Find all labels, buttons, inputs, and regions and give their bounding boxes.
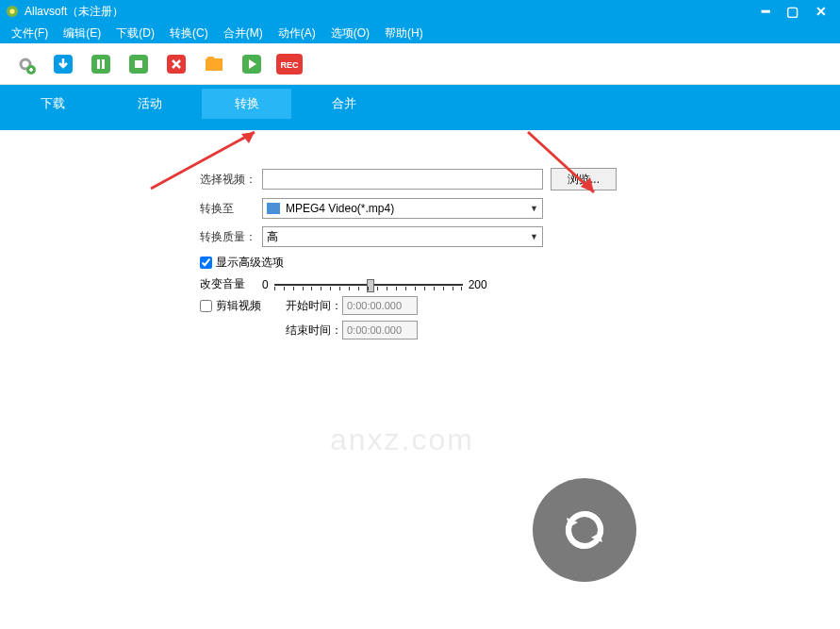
delete-icon [164,52,189,76]
window-title: Allavsoft（未注册） [25,4,762,20]
convert-action-button[interactable] [533,478,636,582]
content-area: 选择视频： 浏览... 转换至 MPEG4 Video(*.mp4) 转换质量：… [0,130,840,629]
refresh-icon [559,505,610,555]
volume-max: 200 [469,278,487,291]
folder-icon [202,52,226,76]
menu-download[interactable]: 下载(D) [108,25,162,41]
start-time-input[interactable] [342,296,418,315]
delete-button[interactable] [162,50,190,78]
show-advanced-label: 显示高级选项 [216,255,284,271]
svg-point-1 [9,8,14,13]
close-button[interactable]: ✕ [815,4,827,19]
tab-underline [0,123,840,130]
pause-button[interactable] [87,50,115,78]
quality-dropdown[interactable]: 高 [262,226,543,247]
menu-convert[interactable]: 转换(C) [162,25,216,41]
menu-file[interactable]: 文件(F) [4,25,56,41]
browse-button[interactable]: 浏览... [551,168,617,190]
volume-min: 0 [262,278,269,291]
edit-video-checkbox[interactable] [200,300,212,312]
menu-options[interactable]: 选项(O) [323,25,377,41]
svg-rect-4 [91,55,110,74]
convert-to-dropdown[interactable]: MPEG4 Video(*.mp4) [262,198,543,219]
tabs: 下载 活动 转换 合并 [0,85,840,123]
minimize-button[interactable]: ━ [762,4,769,19]
stop-button[interactable] [124,50,153,78]
menu-action[interactable]: 动作(A) [271,25,323,41]
svg-text:REC: REC [280,60,299,70]
svg-rect-6 [102,59,105,69]
link-icon [13,52,38,76]
pause-icon [89,52,113,76]
record-icon: REC [276,54,303,74]
svg-rect-8 [135,60,142,68]
tab-convert[interactable]: 转换 [202,89,291,119]
svg-rect-5 [97,59,100,69]
edit-video-label: 剪辑视频 [216,298,261,314]
format-icon [267,203,280,214]
quality-value: 高 [267,229,278,245]
menu-merge[interactable]: 合并(M) [216,25,271,41]
end-time-label: 结束时间： [286,323,342,339]
select-video-label: 选择视频： [200,172,262,188]
folder-button[interactable] [200,50,228,78]
tab-merge[interactable]: 合并 [299,89,388,119]
maximize-button[interactable]: ▢ [786,4,799,19]
menu-help[interactable]: 帮助(H) [377,25,431,41]
menubar: 文件(F) 编辑(E) 下载(D) 转换(C) 合并(M) 动作(A) 选项(O… [0,23,840,43]
app-icon [6,5,19,18]
start-time-label: 开始时间： [286,298,342,314]
play-icon [239,52,264,76]
tab-activity[interactable]: 活动 [105,89,194,119]
download-button[interactable] [49,50,77,78]
menu-edit[interactable]: 编辑(E) [56,25,108,41]
watermark: anxz.com [330,422,474,457]
tab-download[interactable]: 下载 [8,89,97,119]
convert-to-label: 转换至 [200,201,262,217]
paste-url-button[interactable] [11,50,40,78]
show-advanced-checkbox[interactable] [200,257,212,269]
volume-slider[interactable] [274,277,463,292]
end-time-input[interactable] [342,321,418,339]
titlebar: Allavsoft（未注册） ━ ▢ ✕ [0,0,840,23]
record-button[interactable]: REC [275,50,304,78]
toolbar: REC [0,43,840,85]
play-button[interactable] [238,50,266,78]
download-icon [51,52,75,76]
quality-label: 转换质量： [200,229,262,245]
volume-label: 改变音量 [200,276,262,292]
stop-icon [126,52,151,76]
convert-to-value: MPEG4 Video(*.mp4) [286,202,394,215]
select-video-input[interactable] [262,169,543,190]
